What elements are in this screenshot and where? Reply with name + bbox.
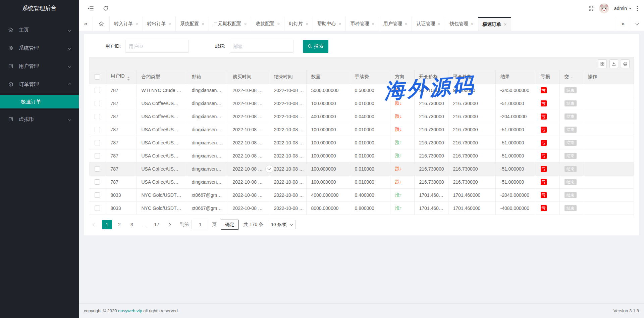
row-checkbox[interactable]	[95, 88, 100, 93]
status-badge: 结束	[565, 192, 577, 198]
sort-icon[interactable]	[127, 77, 130, 81]
column-header-用户ID[interactable]: 用户ID	[106, 70, 137, 84]
tab-scroll-left-icon[interactable]: «	[79, 17, 93, 31]
total-count: 共 170 条	[244, 222, 263, 228]
home-tab[interactable]	[93, 17, 110, 31]
close-icon[interactable]: ×	[438, 22, 440, 26]
fullscreen-icon[interactable]	[588, 6, 594, 11]
row-checkbox[interactable]	[95, 140, 100, 145]
close-icon[interactable]: ×	[277, 22, 280, 26]
close-icon[interactable]: ×	[471, 22, 474, 26]
user-id-input[interactable]	[125, 40, 189, 53]
user-menu[interactable]: admin	[614, 6, 632, 11]
row-checkbox[interactable]	[95, 114, 100, 119]
close-icon[interactable]: ×	[339, 22, 341, 26]
tab-系统配置[interactable]: 系统配置×	[176, 17, 209, 31]
avatar[interactable]	[599, 3, 609, 13]
loss-cell: 亏	[536, 149, 559, 162]
tab-币种管理[interactable]: 币种管理×	[346, 17, 379, 31]
tab-label: 认证管理	[416, 21, 435, 27]
result-cell: -51.000000	[495, 175, 536, 188]
next-page-button[interactable]	[164, 220, 174, 229]
row-checkbox[interactable]	[95, 192, 100, 198]
email-input[interactable]	[230, 40, 293, 53]
tab-收款配置[interactable]: 收款配置×	[251, 17, 284, 31]
close-icon[interactable]: ×	[372, 22, 374, 26]
email-cell: xt0667@gm…	[187, 201, 228, 215]
tab-operations-icon[interactable]	[630, 17, 644, 31]
actions-cell	[583, 97, 634, 110]
sidebar-item-系统管理[interactable]: 系统管理	[0, 39, 79, 57]
search-button[interactable]: 搜索	[303, 40, 328, 53]
close-price-cell: 1701.460000	[448, 188, 495, 201]
tab-转入订单[interactable]: 转入订单×	[110, 17, 143, 31]
buy-time-cell: 2022-10-08 …	[228, 201, 269, 215]
sidebar-item-用户管理[interactable]: 用户管理	[0, 57, 79, 75]
close-icon[interactable]: ×	[136, 22, 138, 26]
close-icon[interactable]: ×	[504, 22, 507, 27]
row-checkbox[interactable]	[95, 179, 100, 185]
email-cell: dingxiansen…	[187, 84, 228, 97]
select-all-checkbox[interactable]	[95, 74, 100, 80]
sidebar-item-虚拟币[interactable]: 虚拟币	[0, 110, 79, 128]
tab-scroll-right-icon[interactable]: »	[616, 17, 630, 31]
copyright-suffix: all rights reserved.	[142, 308, 179, 313]
row-checkbox[interactable]	[95, 101, 100, 106]
sidebar-item-主页[interactable]: 主页	[0, 21, 79, 39]
page-size-select[interactable]: 10 条/页	[268, 220, 296, 229]
status-cell: 结束	[559, 97, 583, 110]
collapse-sidebar-icon[interactable]	[88, 6, 94, 11]
print-button[interactable]	[621, 59, 630, 68]
close-icon[interactable]: ×	[202, 22, 204, 26]
page-button-2[interactable]: 2	[114, 220, 124, 229]
tab-二元期权配置[interactable]: 二元期权配置×	[209, 17, 252, 31]
tab-幻灯片[interactable]: 幻灯片×	[284, 17, 313, 31]
buy-time-cell: 2022-10-08 …	[228, 162, 269, 175]
tab-用户管理[interactable]: 用户管理×	[379, 17, 412, 31]
tab-转出订单[interactable]: 转出订单×	[143, 17, 176, 31]
status-cell: 结束	[559, 136, 583, 149]
user-id-cell: 787	[106, 136, 137, 149]
actions-cell	[583, 110, 634, 123]
contract-type-cell: USA Coffee/US…	[137, 136, 187, 149]
actions-cell	[583, 149, 634, 162]
page-button-17[interactable]: 17	[152, 220, 162, 229]
column-label: 购买时间	[233, 74, 252, 79]
page-button-1[interactable]: 1	[102, 220, 112, 229]
tab-极速订单[interactable]: 极速订单×	[478, 17, 512, 31]
copyright-link[interactable]: easyweb.vip	[118, 308, 142, 313]
row-checkbox[interactable]	[95, 206, 100, 211]
tab-钱包管理[interactable]: 钱包管理×	[445, 17, 478, 31]
direction-badge: 跌↓	[395, 166, 402, 171]
pagination: 123…17 到第 页 确定 共 170 条 10 条/页	[89, 215, 634, 230]
result-cell: -3450.000000	[495, 84, 536, 97]
status-cell: 结束	[559, 188, 583, 201]
columns-filter-button[interactable]	[598, 59, 607, 68]
tab-认证管理[interactable]: 认证管理×	[412, 17, 445, 31]
close-icon[interactable]: ×	[405, 22, 408, 26]
export-button[interactable]	[609, 59, 618, 68]
email-cell: dingxiansen…	[187, 149, 228, 162]
row-checkbox[interactable]	[95, 153, 100, 158]
sidebar-submenu: 极速订单	[0, 93, 79, 110]
goto-page-input[interactable]	[191, 220, 209, 229]
row-checkbox[interactable]	[95, 166, 100, 172]
status-badge: 结束	[565, 166, 577, 172]
page-button-3[interactable]: 3	[127, 220, 137, 229]
refresh-icon[interactable]	[103, 6, 108, 11]
tab-帮助中心[interactable]: 帮助中心×	[313, 17, 346, 31]
amount-cell: 100.000000	[306, 175, 350, 188]
sidebar-item-极速订单[interactable]: 极速订单	[0, 95, 79, 108]
prev-page-button[interactable]	[90, 220, 100, 229]
close-icon[interactable]: ×	[169, 22, 171, 26]
table-toolbar	[89, 57, 634, 70]
table-row: 787USA Coffee/US…dingxiansen…2022-10-08 …	[89, 175, 634, 188]
row-checkbox[interactable]	[95, 127, 100, 132]
more-dots-icon[interactable]	[637, 6, 638, 11]
close-icon[interactable]: ×	[306, 22, 308, 26]
close-icon[interactable]: ×	[244, 22, 247, 26]
expand-row-button[interactable]	[265, 165, 273, 173]
sidebar-item-订单管理[interactable]: 订单管理	[0, 75, 79, 93]
confirm-page-button[interactable]: 确定	[221, 220, 239, 230]
end-time-cell: 2022-10-08 …	[269, 201, 306, 215]
